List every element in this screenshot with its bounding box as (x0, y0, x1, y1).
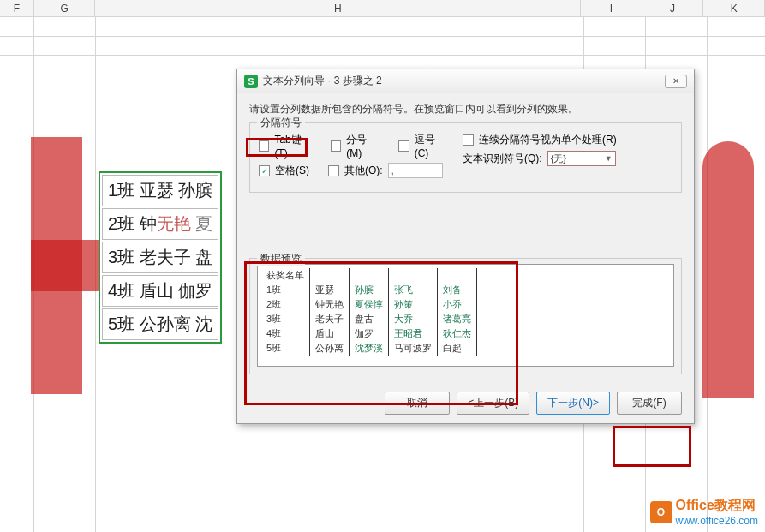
label-comma: 逗号(C) (415, 133, 447, 159)
cell-faded: 无艳 (157, 214, 196, 233)
preview-legend: 数据预览 (257, 252, 305, 266)
next-button[interactable]: 下一步(N)> (536, 392, 610, 415)
cell-range[interactable]: 1班 亚瑟 孙膑 2班 钟无艳 夏 3班 老夫子 盘 4班 盾山 伽罗 5班 公… (99, 171, 222, 344)
dialog-title: 文本分列向导 - 3 步骤之 2 (263, 74, 660, 88)
label-qualifier: 文本识别符号(Q): (463, 152, 542, 166)
column-headers: F G H I J K (0, 0, 765, 17)
checkbox-space[interactable] (259, 165, 270, 176)
cell: 3班 老夫子 (108, 248, 195, 266)
col-h[interactable]: H (95, 0, 581, 16)
qualifier-value: {无} (551, 152, 566, 165)
brand-url: www.office26.com (676, 515, 759, 527)
delimiter-legend: 分隔符号 (257, 116, 305, 130)
other-input[interactable] (388, 163, 443, 178)
cell: 4班 盾山 伽 (108, 281, 195, 300)
preview-fieldset: 数据预览 获奖名单 1班亚瑟孙膑张飞刘备 2班钟无艳夏侯惇孙策小乔 3班老夫子盘… (249, 258, 682, 374)
text-to-columns-dialog: S 文本分列向导 - 3 步骤之 2 ✕ 请设置分列数据所包含的分隔符号。在预览… (236, 69, 695, 424)
ph: 获奖名单 (261, 268, 310, 283)
label-semicolon: 分号(M) (346, 133, 380, 159)
label-consecutive: 连续分隔符号视为单个处理(R) (479, 133, 617, 147)
brand-icon: O (650, 501, 672, 523)
cell-tail: 膑 (195, 181, 212, 200)
brand-name: Office教程网 (676, 497, 759, 515)
label-other: 其他(O): (344, 164, 383, 178)
dialog-description: 请设置分列数据所包含的分隔符号。在预览窗口内可以看到分列的效果。 (249, 102, 682, 117)
close-icon[interactable]: ✕ (665, 75, 687, 88)
cell-tail: 盘 (195, 248, 212, 266)
chevron-down-icon: ▼ (605, 154, 613, 163)
preview-table: 获奖名单 1班亚瑟孙膑张飞刘备 2班钟无艳夏侯惇孙策小乔 3班老夫子盘古大乔诸葛… (261, 268, 477, 356)
cell: 1班 亚瑟 孙 (108, 181, 195, 200)
watermark: O Office教程网 www.office26.com (650, 497, 759, 527)
dialog-titlebar[interactable]: S 文本分列向导 - 3 步骤之 2 ✕ (237, 69, 694, 93)
cell-tail: 沈 (195, 314, 212, 333)
finish-button[interactable]: 完成(F) (617, 392, 682, 415)
checkbox-semicolon[interactable] (331, 140, 341, 152)
col-k[interactable]: K (703, 0, 765, 16)
cell: 5班 公孙离 (108, 314, 195, 333)
col-f[interactable]: F (0, 0, 34, 16)
label-tab: Tab键(T) (274, 133, 312, 159)
qualifier-combo[interactable]: {无} ▼ (547, 151, 616, 166)
checkbox-comma[interactable] (398, 140, 409, 152)
cell-tail: 夏 (195, 214, 212, 233)
col-i[interactable]: I (581, 0, 642, 16)
col-g[interactable]: G (34, 0, 96, 16)
checkbox-consecutive[interactable] (463, 134, 474, 146)
delimiter-fieldset: 分隔符号 Tab键(T) 分号(M) 逗号(C) (249, 122, 682, 193)
dialog-buttons: 取消 <上一步(B) 下一步(N)> 完成(F) (237, 383, 694, 423)
cancel-button[interactable]: 取消 (385, 392, 450, 415)
preview-box[interactable]: 获奖名单 1班亚瑟孙膑张飞刘备 2班钟无艳夏侯惇孙策小乔 3班老夫子盘古大乔诸葛… (257, 264, 674, 367)
col-j[interactable]: J (642, 0, 704, 16)
back-button[interactable]: <上一步(B) (457, 392, 529, 415)
label-space: 空格(S) (275, 164, 309, 178)
cell-tail: 罗 (195, 281, 212, 300)
app-icon: S (244, 75, 258, 88)
cell: 2班 钟 (108, 214, 157, 233)
checkbox-tab[interactable] (259, 140, 269, 152)
checkbox-other[interactable] (328, 165, 339, 176)
